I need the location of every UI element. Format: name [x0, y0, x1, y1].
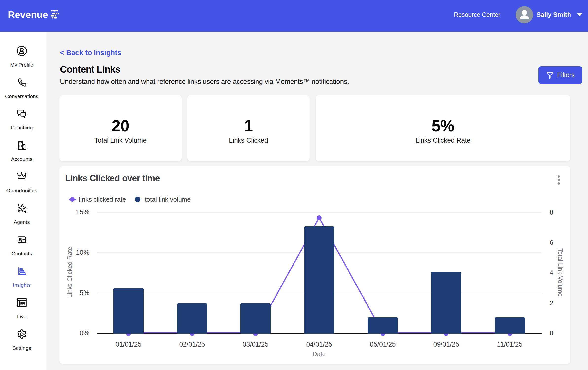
svg-text:10%: 10%: [76, 249, 89, 256]
svg-text:05/01/25: 05/01/25: [370, 341, 396, 348]
svg-text:03/01/25: 03/01/25: [242, 341, 268, 348]
svg-text:01/01/25: 01/01/25: [115, 341, 141, 348]
svg-text:links clicked rate: links clicked rate: [79, 196, 126, 203]
svg-text:2: 2: [550, 299, 553, 307]
svg-text:02/01/25: 02/01/25: [179, 341, 205, 348]
svg-text:8: 8: [550, 209, 553, 216]
svg-text:5%: 5%: [80, 289, 89, 297]
svg-text:4: 4: [550, 269, 553, 276]
svg-text:09/01/25: 09/01/25: [433, 341, 459, 348]
svg-text:Links Clicked Rate: Links Clicked Rate: [66, 247, 73, 298]
svg-text:Date: Date: [313, 351, 326, 357]
svg-text:0%: 0%: [80, 329, 89, 337]
svg-text:Total Link Volume: Total Link Volume: [557, 248, 564, 297]
svg-text:6: 6: [550, 239, 553, 246]
svg-text:04/01/25: 04/01/25: [306, 341, 332, 348]
svg-text:total link volume: total link volume: [145, 196, 191, 203]
svg-text:11/01/25: 11/01/25: [497, 341, 522, 348]
svg-text:15%: 15%: [76, 208, 89, 216]
svg-text:0: 0: [550, 329, 553, 337]
